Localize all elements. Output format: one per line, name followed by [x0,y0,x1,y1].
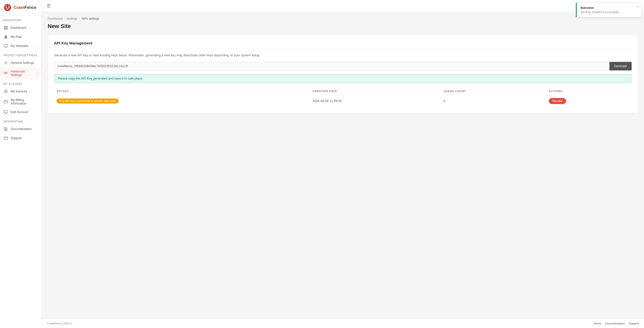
api-key-input-row: Generate [54,62,632,70]
sidebar-item-dashboard[interactable]: Dashboard [0,23,41,32]
success-toast: Success Api Key created successfully × [576,3,641,17]
breadcrumb-settings[interactable]: Settings [67,17,77,20]
usage-count-cell: 0 [441,95,546,107]
svg-rect-4 [6,26,8,28]
sidebar-item-dashboard-label: Dashboard [11,26,26,30]
breadcrumb-sep-2: › [79,17,80,20]
svg-point-13 [6,72,6,73]
api-key-protected-badge: This API Key is protected to prevent dat… [57,98,119,104]
svg-rect-3 [4,26,6,28]
col-actions: ACTIONS [546,88,632,95]
api-keys-table: API KEY CREATION DATE USAGE COUNT ACTION… [54,88,632,107]
sidebar-item-advanced-settings[interactable]: Advanced Settings › [0,67,41,79]
support-icon [4,136,8,140]
sidebar-item-documentation-label: Documentation [11,127,32,131]
svg-point-12 [5,73,5,74]
api-key-management-card: API Key Management Generate a new API ke… [48,35,638,114]
general-settings-icon [4,61,8,65]
my-plan-icon [4,35,8,39]
sidebar-item-my-billing[interactable]: My Billing Information [0,96,41,108]
nav-section-navigation: NAVIGATION [0,15,41,23]
sidebar-item-advanced-settings-label: Advanced Settings [11,70,34,77]
toast-close-button[interactable]: × [636,5,639,9]
sidebar-item-edit-account-label: Edit Account [11,110,28,114]
api-key-cell: This API Key is protected to prevent dat… [54,95,310,107]
footer-link-documentation[interactable]: Documentation [605,322,625,325]
nav-section-account: MY ACCOUNT [0,79,41,87]
sidebar-item-general-settings-label: General Settings [11,61,34,65]
table-row: This API Key is protected to prevent dat… [54,95,632,107]
sidebar-item-edit-account[interactable]: Edit Account [0,108,41,117]
sidebar-item-my-billing-label: My Billing Information [11,98,38,105]
content-area: Dashboard › Settings › ISPs settings New… [42,12,644,319]
my-invoices-icon [4,89,8,94]
breadcrumb-dashboard[interactable]: Dashboard [48,17,63,20]
page-title: New Site [48,23,638,30]
nav-section-protection: PROTECTION SETTINGS [0,51,41,58]
col-creation-date: CREATION DATE [310,88,441,95]
toast-title: Success [580,6,632,10]
sidebar-item-general-settings[interactable]: General Settings [0,58,41,67]
breadcrumb-sep-1: › [64,17,65,20]
sidebar-item-my-plan[interactable]: My Plan [0,32,41,41]
edit-account-icon [4,110,8,114]
toast-message: Api Key created successfully [580,10,632,14]
creation-date-cell: 2024-09-04 11:59:34 [310,95,441,107]
sidebar-item-documentation[interactable]: Documentation [0,124,41,134]
alert-copy-key: Please copy the API Key generated and sa… [54,74,632,83]
topbar: ☰ [42,0,644,12]
breadcrumb-current: ISPs settings [82,17,99,20]
logo-icon [4,4,12,12]
generate-button[interactable]: Generate [609,62,632,70]
card-description: Generate a new API key or view existing … [54,53,632,58]
col-usage-count: USAGE COUNT [441,88,546,95]
logo[interactable]: CrawlFence [0,0,41,15]
advanced-settings-icon [4,71,8,75]
footer: CrawlFence 2024 © Home Documentation Sup… [42,319,644,328]
svg-rect-21 [4,100,8,103]
alert-copy-key-text: Please copy the API Key generated and sa… [58,77,143,80]
sidebar-item-support-label: Support [11,136,22,140]
actions-cell: Revoke [546,95,632,107]
my-websites-icon [4,44,8,48]
svg-rect-6 [6,28,8,30]
api-key-input[interactable] [54,62,609,70]
svg-rect-29 [6,129,7,131]
logo-text: CrawlFence [14,5,36,10]
footer-links: Home Documentation Support [594,322,639,325]
chevron-right-icon: › [37,44,38,47]
svg-point-19 [4,90,8,93]
sidebar-item-my-invoices-label: My Invoices [11,90,27,93]
sidebar-item-support[interactable]: Support [0,134,41,143]
nav-section-integration: INTEGRATION [0,117,41,124]
sidebar-item-my-websites[interactable]: My Websites › [0,41,41,51]
footer-copyright: CrawlFence 2024 © [47,322,72,325]
dashboard-icon [4,26,8,30]
svg-rect-8 [4,44,8,47]
svg-rect-5 [4,28,6,30]
main-area: ☰ Dashboard › Settings › ISPs settings N… [42,0,644,328]
breadcrumb: Dashboard › Settings › ISPs settings [48,17,638,20]
svg-point-20 [5,91,6,92]
revoke-button[interactable]: Revoke [549,98,566,104]
sidebar-item-my-invoices[interactable]: My Invoices [0,87,41,96]
chevron-right-icon-adv: › [37,72,38,75]
documentation-icon [4,127,8,131]
footer-link-support[interactable]: Support [629,322,639,325]
svg-point-11 [5,62,7,64]
svg-rect-23 [4,110,8,113]
card-title: API Key Management [54,41,632,49]
sidebar-item-my-plan-label: My Plan [11,35,22,39]
footer-link-home[interactable]: Home [594,322,601,325]
col-api-key: API KEY [54,88,310,95]
hamburger-menu[interactable]: ☰ [47,3,51,9]
sidebar: CrawlFence NAVIGATION Dashboard My Plan … [0,0,42,328]
billing-icon [4,99,8,104]
sidebar-item-my-websites-label: My Websites [11,44,29,48]
